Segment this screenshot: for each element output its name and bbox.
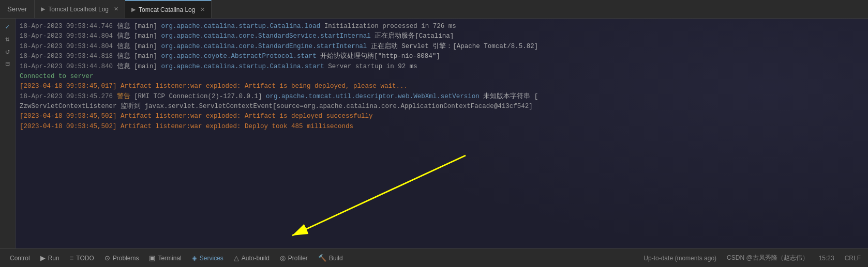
terminal-icon: ▣ [149,254,155,262]
services-icon: ◈ [192,254,197,262]
problems-icon: ⊙ [104,254,110,262]
log-line-9: ZzwServletContextListener 监听到 javax.serv… [20,102,864,112]
run-label: Run [48,255,59,262]
time-label: 15:23 [819,255,834,262]
control-label: Control [10,255,30,262]
toolbar-profiler[interactable]: ◎ Profiler [275,249,313,267]
log-line-10: [2023-04-18 09:53:45,502] Artifact liste… [20,112,864,121]
sidebar-arrow-icon[interactable]: ⇅ [1,33,14,44]
bottom-right-info: Up-to-date (moments ago) CSDN @古凤秀隆（赵志伟）… [643,254,866,262]
toolbar-problems[interactable]: ⊙ Problems [99,249,144,267]
todo-icon: ≡ [70,254,74,262]
autobuild-label: Auto-build [242,255,270,262]
sidebar: ✓ ⇅ ↺ ⊟ [0,19,16,248]
tab1-label: Tomcat Localhost Log [48,6,109,13]
log-line-3: 18-Apr-2023 09:53:44.804 信息 [main] org.a… [20,42,864,52]
toolbar-services[interactable]: ◈ Services [187,249,229,267]
log-line-5: 18-Apr-2023 09:53:44.840 信息 [main] org.a… [20,62,864,72]
server-text: Server [7,5,27,13]
sidebar-refresh-icon[interactable]: ↺ [1,45,14,57]
build-label: Build [329,255,343,262]
log-line-4: 18-Apr-2023 09:53:44.818 信息 [main] org.a… [20,52,864,61]
toolbar-terminal[interactable]: ▣ Terminal [144,249,186,267]
main-area: ✓ ⇅ ↺ ⊟ 18-Apr-2023 09:53:44.746 信息 [mai… [0,19,868,248]
services-label: Services [200,255,223,262]
toolbar-todo[interactable]: ≡ TODO [65,249,99,267]
build-icon: 🔨 [318,254,326,262]
log-line-8: 18-Apr-2023 09:53:45.276 警告 [RMI TCP Con… [20,92,864,102]
log-line-7: [2023-04-18 09:53:45,017] Artifact liste… [20,82,864,91]
tab1-icon: ▶ [41,6,45,12]
tab-catalina-log[interactable]: ▶ Tomcat Catalina Log ✕ [125,0,212,18]
log-line-11: [2023-04-18 09:53:45,502] Artifact liste… [20,122,864,132]
sidebar-stop-icon[interactable]: ⊟ [1,58,14,69]
log-line-2: 18-Apr-2023 09:53:44.804 信息 [main] org.a… [20,32,864,41]
autobuild-icon: △ [234,254,239,262]
tab-bar: Server ▶ Tomcat Localhost Log ✕ ▶ Tomcat… [0,0,868,19]
log-content: 18-Apr-2023 09:53:44.746 信息 [main] org.a… [16,19,868,248]
toolbar-autobuild[interactable]: △ Auto-build [229,249,275,267]
tab2-label: Tomcat Catalina Log [139,6,195,13]
sidebar-check-icon[interactable]: ✓ [1,21,14,32]
profiler-label: Profiler [288,255,308,262]
problems-label: Problems [113,255,139,262]
uptodate-label: Up-to-date (moments ago) [643,255,716,262]
tab2-icon: ▶ [131,6,136,13]
bottom-toolbar: Control ▶ Run ≡ TODO ⊙ Problems ▣ Termin… [0,248,868,267]
tab1-close[interactable]: ✕ [114,6,118,12]
toolbar-build[interactable]: 🔨 Build [313,249,348,267]
tab-localhost-log[interactable]: ▶ Tomcat Localhost Log ✕ [35,0,125,18]
run-icon: ▶ [40,254,46,262]
log-line-1: 18-Apr-2023 09:53:44.746 信息 [main] org.a… [20,22,864,32]
server-label: Server [0,0,35,18]
tab2-close[interactable]: ✕ [200,6,205,13]
log-line-6: Connected to server [20,72,864,82]
toolbar-run[interactable]: ▶ Run [35,249,65,267]
watermark-label: CSDN @古凤秀隆（赵志伟） [727,254,809,262]
terminal-label: Terminal [158,255,181,262]
encoding-label: CRLF [845,255,861,262]
todo-label: TODO [76,255,94,262]
toolbar-control[interactable]: Control [2,249,35,267]
profiler-icon: ◎ [280,254,286,262]
